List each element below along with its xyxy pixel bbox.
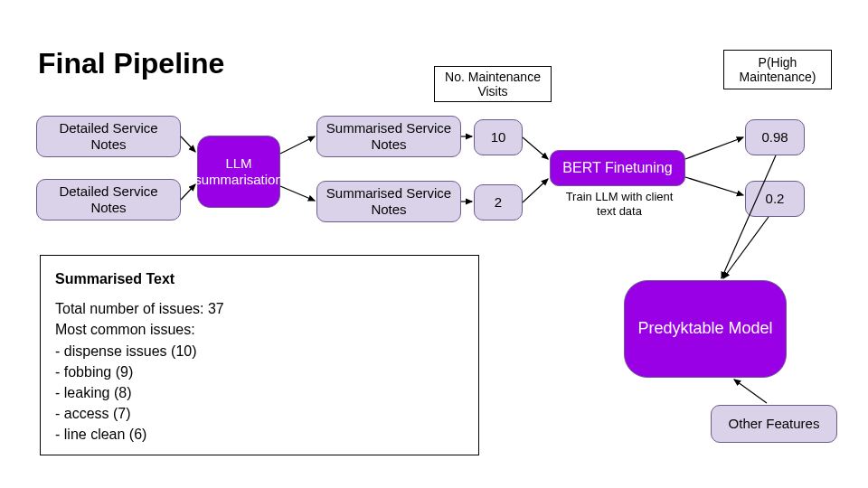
svg-line-9	[685, 177, 743, 195]
summary-text-box: Summarised Text Total number of issues: …	[40, 255, 479, 455]
node-count-1: 10	[474, 119, 523, 155]
svg-line-10	[722, 155, 776, 278]
node-bert-finetuning: BERT Finetuning	[550, 150, 685, 186]
summary-common-heading: Most common issues:	[55, 319, 464, 340]
node-predyktable-model: Predyktable Model	[624, 280, 787, 378]
node-other-features: Other Features	[711, 405, 837, 443]
caption-bert: Train LLM with client text data	[561, 190, 678, 218]
svg-line-7	[523, 179, 548, 202]
node-summarised-1: Summarised Service Notes	[316, 116, 461, 157]
summary-issue-4: - line clean (6)	[55, 424, 464, 445]
summary-total: Total number of issues: 37	[55, 298, 464, 319]
node-prob-1: 0.98	[745, 119, 805, 155]
svg-line-12	[734, 380, 767, 403]
summary-issue-0: - dispense issues (10)	[55, 341, 464, 361]
label-maintenance-visits: No. Maintenance Visits	[434, 66, 552, 102]
label-p-high-maintenance: P(High Maintenance)	[723, 50, 832, 89]
node-detailed-1: Detailed Service Notes	[36, 116, 181, 157]
summary-issue-3: - access (7)	[55, 403, 464, 424]
node-count-2: 2	[474, 184, 523, 221]
page-title: Final Pipeline	[38, 47, 224, 80]
summary-heading: Summarised Text	[55, 268, 464, 289]
node-summarised-2: Summarised Service Notes	[316, 181, 461, 222]
svg-line-11	[723, 217, 769, 278]
svg-line-6	[523, 137, 548, 159]
node-llm-summarisation: LLM summarisation	[197, 136, 280, 208]
svg-line-0	[181, 136, 195, 152]
node-prob-2: 0.2	[745, 181, 805, 217]
node-detailed-2: Detailed Service Notes	[36, 179, 181, 221]
svg-line-3	[280, 186, 315, 201]
svg-line-2	[280, 136, 315, 154]
summary-issue-2: - leaking (8)	[55, 382, 464, 403]
summary-issue-1: - fobbing (9)	[55, 361, 464, 382]
svg-line-1	[181, 184, 195, 200]
svg-line-8	[685, 137, 743, 159]
